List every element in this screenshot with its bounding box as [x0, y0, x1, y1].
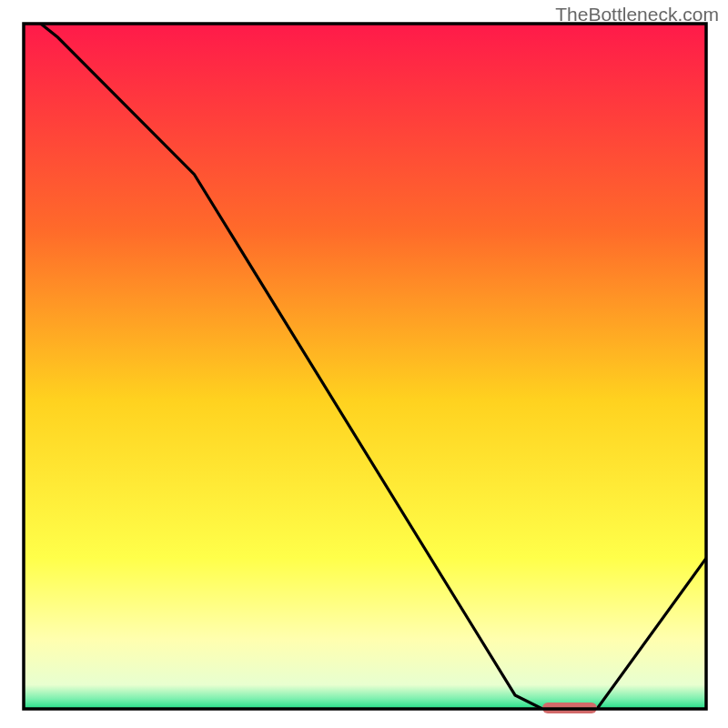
chart-container: TheBottleneck.com	[0, 0, 728, 728]
watermark-label: TheBottleneck.com	[555, 4, 719, 25]
gradient-background	[24, 24, 706, 709]
bottleneck-chart	[0, 0, 728, 728]
